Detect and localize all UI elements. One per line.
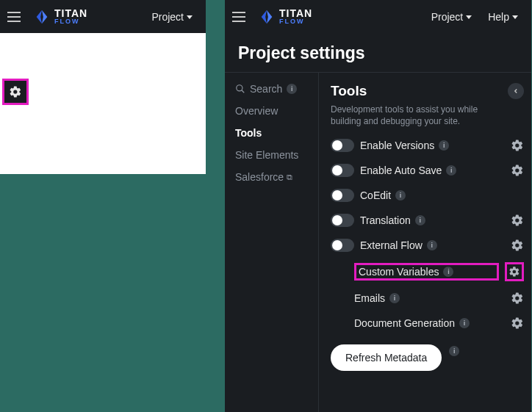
tool-label: CoEdit	[360, 189, 391, 201]
info-icon[interactable]: i	[443, 267, 453, 277]
tools-description: Development tools to assist you while bu…	[331, 104, 485, 127]
chevron-left-icon	[512, 87, 520, 95]
right-window: TITAN FLOW Project Help Project settings…	[225, 0, 531, 412]
tool-row-coedit: CoEditi	[331, 187, 524, 203]
nav-item-label: Salesforce	[235, 171, 284, 183]
menu-help[interactable]: Help	[482, 11, 524, 23]
tool-label-wrap: Custom Variablesi	[354, 263, 499, 281]
gear-icon[interactable]	[511, 139, 524, 152]
gear-icon[interactable]	[511, 317, 524, 330]
toggle-switch[interactable]	[331, 214, 354, 227]
nav-item-site-elements[interactable]: Site Elements	[235, 149, 311, 161]
tool-label: Enable Versions	[360, 140, 434, 151]
nav-item-overview[interactable]: Overview	[235, 105, 311, 117]
info-icon[interactable]: i	[439, 140, 449, 151]
settings-body: Search i OverviewToolsSite ElementsSales…	[225, 73, 531, 412]
chevron-down-icon	[512, 15, 518, 19]
tool-label: External Flow	[360, 239, 423, 251]
info-icon[interactable]: i	[415, 215, 425, 225]
info-icon[interactable]: i	[427, 240, 437, 250]
hamburger-icon[interactable]	[7, 8, 25, 26]
tool-label-wrap: Enable Versionsi	[360, 140, 505, 151]
tool-label: Enable Auto Save	[360, 165, 442, 176]
toggle-switch[interactable]	[331, 139, 354, 152]
tool-label: Emails	[354, 292, 385, 304]
toggle-switch[interactable]	[331, 164, 354, 177]
search-nav[interactable]: Search i	[235, 83, 311, 95]
info-icon[interactable]: i	[459, 318, 470, 328]
logo-text: TITAN FLOW	[54, 8, 87, 25]
settings-gear-highlight[interactable]	[2, 79, 29, 105]
menu-project[interactable]: Project	[145, 11, 198, 23]
tool-row-document-generation: Document Generationi	[331, 315, 524, 331]
info-icon: i	[287, 84, 297, 94]
collapse-button[interactable]	[508, 83, 524, 99]
tool-label-wrap: CoEditi	[360, 189, 505, 201]
info-icon[interactable]: i	[389, 293, 400, 303]
gear-icon[interactable]	[511, 214, 524, 227]
chevron-down-icon	[187, 15, 193, 19]
gear-icon[interactable]	[511, 292, 524, 305]
tool-row-enable-versions: Enable Versionsi	[331, 137, 524, 153]
tool-row-emails: Emailsi	[331, 290, 524, 306]
left-window: TITAN FLOW Project	[0, 0, 206, 174]
tool-label: Translation	[360, 214, 411, 226]
left-topbar: TITAN FLOW Project	[0, 0, 206, 33]
tool-row-translation: Translationi	[331, 212, 524, 228]
nav-item-label: Site Elements	[235, 149, 298, 161]
info-icon[interactable]: i	[449, 346, 459, 356]
info-icon[interactable]: i	[446, 165, 456, 176]
tool-row-custom-variables: Custom Variablesi	[331, 262, 524, 281]
svg-point-0	[237, 85, 242, 91]
refresh-metadata-button[interactable]: Refresh Metadata	[331, 344, 442, 371]
menu-project[interactable]: Project	[425, 11, 478, 23]
gear-icon[interactable]	[505, 262, 524, 281]
hamburger-icon[interactable]	[232, 8, 250, 26]
tool-label-wrap: Translationi	[360, 214, 505, 226]
tools-pane: Tools Development tools to assist you wh…	[319, 73, 531, 412]
tool-label: Custom Variables	[359, 266, 439, 278]
svg-line-1	[242, 90, 245, 93]
tool-label-wrap: External Flowi	[360, 239, 505, 251]
chevron-down-icon	[466, 15, 472, 19]
search-icon	[235, 84, 245, 94]
nav-item-tools[interactable]: Tools	[235, 127, 311, 139]
nav-item-label: Overview	[235, 105, 278, 117]
gear-icon[interactable]	[511, 239, 524, 252]
tools-title: Tools	[331, 83, 524, 99]
nav-item-salesforce[interactable]: Salesforce⧉	[235, 171, 311, 183]
toggle-switch[interactable]	[331, 189, 354, 202]
toggle-switch[interactable]	[331, 239, 354, 252]
nav-item-label: Tools	[235, 127, 262, 139]
settings-nav: Search i OverviewToolsSite ElementsSales…	[225, 73, 319, 412]
tool-label-wrap: Emailsi	[354, 292, 505, 304]
right-topbar: TITAN FLOW Project Help	[225, 0, 531, 33]
tool-row-external-flow: External Flowi	[331, 237, 524, 253]
logo-mark-icon	[259, 9, 275, 25]
tool-label-wrap: Enable Auto Savei	[360, 165, 505, 176]
gear-icon[interactable]	[511, 164, 524, 177]
left-canvas	[0, 33, 206, 174]
tool-label-wrap: Document Generationi	[354, 317, 505, 329]
page-title: Project settings	[225, 33, 531, 73]
info-icon[interactable]: i	[395, 190, 406, 200]
tool-label: Document Generation	[354, 317, 455, 329]
external-link-icon: ⧉	[287, 173, 292, 182]
gear-icon	[9, 85, 22, 98]
tool-row-enable-auto-save: Enable Auto Savei	[331, 162, 524, 178]
brand-logo[interactable]: TITAN FLOW	[259, 8, 312, 25]
logo-mark-icon	[34, 9, 50, 25]
logo-text: TITAN FLOW	[279, 8, 312, 25]
brand-logo[interactable]: TITAN FLOW	[34, 8, 87, 25]
